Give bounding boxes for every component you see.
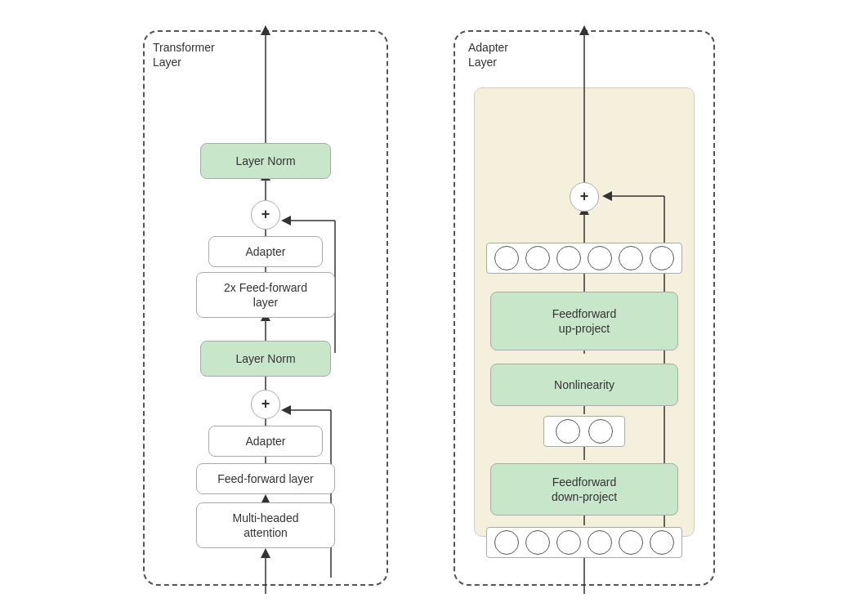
top-circle-2: [525, 246, 550, 270]
left-diagram: Transformer Layer: [135, 22, 396, 594]
adapter-bottom-block: Adapter: [208, 426, 323, 457]
mid-circle-2: [588, 419, 613, 444]
plus-bottom-circle: +: [251, 390, 280, 419]
bot-circle-3: [556, 530, 581, 555]
feed-forward-layer-block: Feed-forward layer: [196, 463, 335, 494]
bot-circle-5: [619, 530, 643, 555]
layer-norm-bottom-block: Layer Norm: [200, 341, 331, 377]
feedforward-down-block: Feedforward down-project: [490, 463, 678, 516]
bottom-circles-row: [486, 527, 682, 558]
adapter-top-block: Adapter: [208, 236, 323, 267]
right-plus-circle: +: [570, 182, 599, 212]
bot-circle-4: [588, 530, 612, 555]
top-circle-5: [619, 246, 643, 270]
feed-forward-2x-block: 2x Feed-forward layer: [196, 272, 335, 318]
top-circles-row: [486, 243, 682, 274]
bot-circle-6: [650, 530, 674, 555]
top-circle-6: [650, 246, 674, 270]
nonlinearity-block: Nonlinearity: [490, 364, 678, 406]
multi-headed-block: Multi-headed attention: [196, 502, 335, 548]
mid-circle-1: [556, 419, 580, 444]
transformer-label: Transformer Layer: [153, 40, 215, 69]
top-circle-4: [588, 246, 612, 270]
feedforward-up-block: Feedforward up-project: [490, 292, 678, 350]
bot-circle-1: [494, 530, 519, 555]
bot-circle-2: [525, 530, 550, 555]
mid-circles-row: [543, 416, 625, 447]
top-circle-1: [494, 246, 519, 270]
top-circle-3: [556, 246, 581, 270]
diagrams-container: Transformer Layer: [135, 22, 723, 594]
right-diagram: Adapter Layer: [445, 22, 723, 594]
plus-top-circle: +: [251, 200, 280, 230]
adapter-label: Adapter Layer: [468, 40, 508, 69]
layer-norm-top-block: Layer Norm: [200, 143, 331, 179]
